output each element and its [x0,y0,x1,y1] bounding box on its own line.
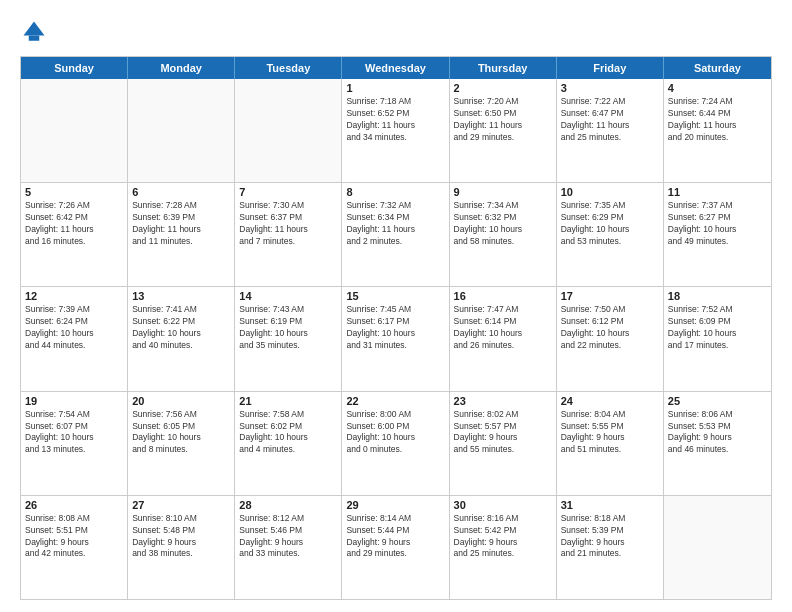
cell-info-text: Sunset: 6:47 PM [561,108,659,120]
cell-info-text: Sunset: 5:51 PM [25,525,123,537]
cell-info-text: and 53 minutes. [561,236,659,248]
day-number: 5 [25,186,123,198]
calendar-cell: 3Sunrise: 7:22 AMSunset: 6:47 PMDaylight… [557,79,664,182]
cell-info-text: Sunrise: 7:43 AM [239,304,337,316]
cell-info-text: and 13 minutes. [25,444,123,456]
cell-info-text: Daylight: 11 hours [346,224,444,236]
cell-info-text: Sunrise: 8:14 AM [346,513,444,525]
day-number: 25 [668,395,767,407]
cell-info-text: Sunrise: 7:22 AM [561,96,659,108]
cell-info-text: and 20 minutes. [668,132,767,144]
cell-info-text: Sunrise: 7:56 AM [132,409,230,421]
day-number: 23 [454,395,552,407]
cell-info-text: Sunset: 5:57 PM [454,421,552,433]
cell-info-text: Daylight: 9 hours [561,537,659,549]
cell-info-text: and 17 minutes. [668,340,767,352]
cell-info-text: Sunset: 5:42 PM [454,525,552,537]
calendar-cell: 24Sunrise: 8:04 AMSunset: 5:55 PMDayligh… [557,392,664,495]
cell-info-text: Sunrise: 8:02 AM [454,409,552,421]
cell-info-text: Sunset: 6:34 PM [346,212,444,224]
cell-info-text: and 46 minutes. [668,444,767,456]
cell-info-text: Sunrise: 7:26 AM [25,200,123,212]
cell-info-text: Sunrise: 8:12 AM [239,513,337,525]
cell-info-text: Daylight: 9 hours [132,537,230,549]
calendar-row: 5Sunrise: 7:26 AMSunset: 6:42 PMDaylight… [21,183,771,287]
cell-info-text: and 2 minutes. [346,236,444,248]
calendar-cell: 17Sunrise: 7:50 AMSunset: 6:12 PMDayligh… [557,287,664,390]
cell-info-text: Sunset: 6:37 PM [239,212,337,224]
calendar-header: SundayMondayTuesdayWednesdayThursdayFrid… [21,57,771,79]
cell-info-text: Sunrise: 7:35 AM [561,200,659,212]
cell-info-text: Sunset: 6:24 PM [25,316,123,328]
cell-info-text: Sunset: 6:50 PM [454,108,552,120]
cell-info-text: and 35 minutes. [239,340,337,352]
cell-info-text: Sunrise: 7:18 AM [346,96,444,108]
cell-info-text: Sunset: 6:14 PM [454,316,552,328]
day-number: 1 [346,82,444,94]
cell-info-text: Sunset: 6:12 PM [561,316,659,328]
cell-info-text: Daylight: 11 hours [346,120,444,132]
cell-info-text: Sunset: 6:19 PM [239,316,337,328]
svg-rect-1 [29,36,40,41]
cell-info-text: Daylight: 10 hours [239,328,337,340]
cell-info-text: and 44 minutes. [25,340,123,352]
calendar-cell: 16Sunrise: 7:47 AMSunset: 6:14 PMDayligh… [450,287,557,390]
cell-info-text: and 51 minutes. [561,444,659,456]
cell-info-text: and 25 minutes. [561,132,659,144]
cell-info-text: Sunrise: 7:30 AM [239,200,337,212]
cal-header-day: Sunday [21,57,128,79]
cell-info-text: Sunrise: 7:52 AM [668,304,767,316]
calendar-row: 26Sunrise: 8:08 AMSunset: 5:51 PMDayligh… [21,496,771,599]
cell-info-text: Sunset: 6:02 PM [239,421,337,433]
day-number: 17 [561,290,659,302]
cell-info-text: Sunrise: 8:16 AM [454,513,552,525]
cell-info-text: Sunset: 5:55 PM [561,421,659,433]
cell-info-text: Daylight: 10 hours [25,432,123,444]
logo [20,18,52,46]
calendar-cell: 20Sunrise: 7:56 AMSunset: 6:05 PMDayligh… [128,392,235,495]
calendar-cell: 4Sunrise: 7:24 AMSunset: 6:44 PMDaylight… [664,79,771,182]
cell-info-text: Sunset: 5:48 PM [132,525,230,537]
calendar-cell: 26Sunrise: 8:08 AMSunset: 5:51 PMDayligh… [21,496,128,599]
cell-info-text: Sunset: 6:17 PM [346,316,444,328]
cell-info-text: Sunrise: 8:08 AM [25,513,123,525]
cell-info-text: and 29 minutes. [346,548,444,560]
calendar-cell: 14Sunrise: 7:43 AMSunset: 6:19 PMDayligh… [235,287,342,390]
cell-info-text: Sunrise: 7:24 AM [668,96,767,108]
calendar-cell: 1Sunrise: 7:18 AMSunset: 6:52 PMDaylight… [342,79,449,182]
cell-info-text: Sunset: 6:09 PM [668,316,767,328]
cell-info-text: and 31 minutes. [346,340,444,352]
cell-info-text: Daylight: 10 hours [454,328,552,340]
day-number: 14 [239,290,337,302]
calendar-cell: 23Sunrise: 8:02 AMSunset: 5:57 PMDayligh… [450,392,557,495]
cal-header-day: Tuesday [235,57,342,79]
day-number: 18 [668,290,767,302]
calendar-cell: 27Sunrise: 8:10 AMSunset: 5:48 PMDayligh… [128,496,235,599]
cell-info-text: and 55 minutes. [454,444,552,456]
cell-info-text: Sunset: 6:07 PM [25,421,123,433]
cell-info-text: Sunset: 6:42 PM [25,212,123,224]
cell-info-text: Sunset: 6:52 PM [346,108,444,120]
cell-info-text: Daylight: 10 hours [25,328,123,340]
svg-marker-0 [24,22,45,36]
cell-info-text: Daylight: 9 hours [668,432,767,444]
cell-info-text: Daylight: 11 hours [25,224,123,236]
cell-info-text: and 16 minutes. [25,236,123,248]
calendar-row: 12Sunrise: 7:39 AMSunset: 6:24 PMDayligh… [21,287,771,391]
calendar-cell: 28Sunrise: 8:12 AMSunset: 5:46 PMDayligh… [235,496,342,599]
calendar-cell: 6Sunrise: 7:28 AMSunset: 6:39 PMDaylight… [128,183,235,286]
day-number: 27 [132,499,230,511]
calendar-body: 1Sunrise: 7:18 AMSunset: 6:52 PMDaylight… [21,79,771,599]
day-number: 19 [25,395,123,407]
cell-info-text: Daylight: 9 hours [346,537,444,549]
calendar-cell: 31Sunrise: 8:18 AMSunset: 5:39 PMDayligh… [557,496,664,599]
day-number: 2 [454,82,552,94]
cell-info-text: Sunrise: 8:18 AM [561,513,659,525]
cell-info-text: Sunset: 6:39 PM [132,212,230,224]
cell-info-text: Sunrise: 7:20 AM [454,96,552,108]
calendar-row: 1Sunrise: 7:18 AMSunset: 6:52 PMDaylight… [21,79,771,183]
cell-info-text: Sunrise: 7:37 AM [668,200,767,212]
cell-info-text: Daylight: 10 hours [454,224,552,236]
calendar-cell [21,79,128,182]
cell-info-text: Sunset: 5:53 PM [668,421,767,433]
